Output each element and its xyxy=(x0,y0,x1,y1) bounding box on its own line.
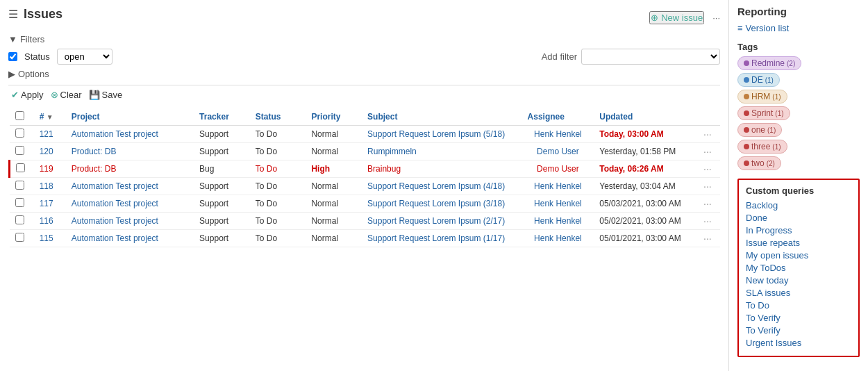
query-my-todos[interactable]: My ToDos xyxy=(746,263,851,273)
row-id-link[interactable]: 118 xyxy=(40,181,53,191)
row-project-link[interactable]: Automation Test project xyxy=(72,216,158,226)
col-header-id[interactable]: # ▼ xyxy=(34,108,66,126)
row-updated: 05/03/2021, 03:00 AM xyxy=(594,195,698,213)
options-toggle[interactable]: ▶ Options xyxy=(8,69,720,79)
row-actions-icon[interactable]: ··· xyxy=(703,198,712,209)
row-project-link[interactable]: Automation Test project xyxy=(72,199,158,208)
row-checkbox[interactable] xyxy=(16,163,25,172)
clear-button[interactable]: ⊗ Clear xyxy=(48,88,85,101)
tag-three[interactable]: three (1) xyxy=(737,140,787,154)
row-project-link[interactable]: Product: DB xyxy=(72,164,117,174)
row-actions-icon[interactable]: ··· xyxy=(703,163,712,174)
row-subject-link[interactable]: Support Request Lorem Ipsum (4/18) xyxy=(367,181,505,191)
new-issue-button[interactable]: ⊕ New issue xyxy=(649,11,704,24)
row-assignee-link[interactable]: Demo User xyxy=(528,147,589,156)
row-actions-icon[interactable]: ··· xyxy=(703,233,712,244)
query-new-today[interactable]: New today xyxy=(746,275,851,286)
query-backlog[interactable]: Backlog xyxy=(746,200,851,211)
tag-two[interactable]: two (2) xyxy=(737,156,781,170)
row-assignee-link[interactable]: Henk Henkel xyxy=(528,216,589,226)
row-checkbox[interactable] xyxy=(15,181,24,190)
col-header-assignee[interactable]: Assignee xyxy=(522,108,594,126)
tag-de[interactable]: DE (1) xyxy=(737,73,780,87)
row-id: 116 xyxy=(34,213,66,230)
row-tracker-text: Support xyxy=(199,233,228,243)
row-subject-link[interactable]: Support Request Lorem Ipsum (5/18) xyxy=(367,129,505,139)
row-project-link[interactable]: Automation Test project xyxy=(72,181,158,191)
row-assignee-link[interactable]: Henk Henkel xyxy=(528,129,589,139)
row-checkbox-cell xyxy=(10,195,34,213)
tag-hrm[interactable]: HRM (1) xyxy=(737,90,787,104)
row-actions-icon[interactable]: ··· xyxy=(703,129,712,140)
row-subject-link[interactable]: Support Request Lorem Ipsum (2/17) xyxy=(367,216,505,226)
page-title-area: ☰ Issues xyxy=(8,7,62,22)
query-to-verify-2[interactable]: To Verify xyxy=(746,325,851,336)
apply-button[interactable]: ✔ Apply xyxy=(8,88,47,101)
row-assignee-link[interactable]: Henk Henkel xyxy=(528,181,589,191)
row-actions-icon[interactable]: ··· xyxy=(703,215,712,226)
row-checkbox-cell xyxy=(10,126,34,143)
query-to-verify-1[interactable]: To Verify xyxy=(746,313,851,323)
row-assignee-link[interactable]: Henk Henkel xyxy=(528,233,589,243)
more-options-icon[interactable]: ··· xyxy=(712,13,720,23)
row-checkbox[interactable] xyxy=(15,233,24,242)
save-button[interactable]: 💾 Save xyxy=(86,88,126,101)
status-checkbox[interactable] xyxy=(8,52,17,61)
query-issue-repeats[interactable]: Issue repeats xyxy=(746,238,851,248)
row-checkbox[interactable] xyxy=(15,129,24,138)
tag-redmine[interactable]: Redmine (2) xyxy=(737,56,801,70)
row-actions-icon[interactable]: ··· xyxy=(703,181,712,192)
row-id-link[interactable]: 120 xyxy=(40,147,53,156)
tag-dot-sprint xyxy=(744,110,749,116)
query-done[interactable]: Done xyxy=(746,213,851,223)
row-checkbox[interactable] xyxy=(15,146,24,155)
col-header-subject[interactable]: Subject xyxy=(362,108,521,126)
row-subject-link[interactable]: Rumpimmeln xyxy=(367,147,417,156)
version-list-link[interactable]: ≡ Version list xyxy=(737,23,860,33)
row-project-link[interactable]: Product: DB xyxy=(72,147,117,156)
col-header-priority[interactable]: Priority xyxy=(306,108,362,126)
select-all-checkbox[interactable] xyxy=(15,111,24,120)
row-subject-link[interactable]: Support Request Lorem Ipsum (1/17) xyxy=(367,233,505,243)
table-header: # ▼ Project Tracker Status Priority Subj… xyxy=(10,108,721,126)
query-urgent-issues[interactable]: Urgent Issues xyxy=(746,338,851,348)
row-assignee-link[interactable]: Henk Henkel xyxy=(528,199,589,208)
row-status-text: To Do xyxy=(256,164,277,174)
row-id-link[interactable]: 116 xyxy=(40,216,53,226)
row-tracker-text: Support xyxy=(199,216,228,226)
row-checkbox[interactable] xyxy=(15,198,24,207)
col-header-status[interactable]: Status xyxy=(250,108,306,126)
row-project-link[interactable]: Automation Test project xyxy=(72,233,158,243)
row-subject-link[interactable]: Support Request Lorem Ipsum (3/18) xyxy=(367,199,505,208)
filters-toggle[interactable]: ▼ Filters xyxy=(8,34,720,44)
row-actions-icon[interactable]: ··· xyxy=(703,146,712,157)
tag-one[interactable]: one (1) xyxy=(737,123,782,137)
tag-dot-de xyxy=(744,77,749,83)
row-priority: High xyxy=(306,160,362,178)
row-id-link[interactable]: 115 xyxy=(40,233,53,243)
query-in-progress[interactable]: In Progress xyxy=(746,225,851,236)
row-status: To Do xyxy=(250,195,306,213)
row-tracker: Support xyxy=(194,230,250,247)
row-assignee: Henk Henkel xyxy=(522,213,594,230)
tag-sprint[interactable]: Sprint (1) xyxy=(737,106,790,120)
query-sla-issues[interactable]: SLA issues xyxy=(746,288,851,298)
row-id-link[interactable]: 121 xyxy=(40,129,53,139)
col-header-project[interactable]: Project xyxy=(66,108,194,126)
col-header-tracker[interactable]: Tracker xyxy=(194,108,250,126)
row-assignee-link[interactable]: Demo User xyxy=(528,164,589,174)
add-filter-select[interactable] xyxy=(581,49,720,65)
query-my-open-issues[interactable]: My open issues xyxy=(746,250,851,261)
row-id-link[interactable]: 119 xyxy=(40,164,53,174)
options-label: Options xyxy=(18,69,49,79)
query-to-do[interactable]: To Do xyxy=(746,300,851,311)
row-priority: Normal xyxy=(306,178,362,195)
col-header-updated[interactable]: Updated xyxy=(594,108,698,126)
row-checkbox[interactable] xyxy=(15,215,24,224)
row-id-link[interactable]: 117 xyxy=(40,199,53,208)
status-filter-select[interactable]: open closed any xyxy=(57,49,112,65)
row-subject-link[interactable]: Brainbug xyxy=(367,164,401,174)
row-project-link[interactable]: Automation Test project xyxy=(72,129,158,139)
row-project: Automation Test project xyxy=(66,195,194,213)
table-header-row: # ▼ Project Tracker Status Priority Subj… xyxy=(10,108,721,126)
